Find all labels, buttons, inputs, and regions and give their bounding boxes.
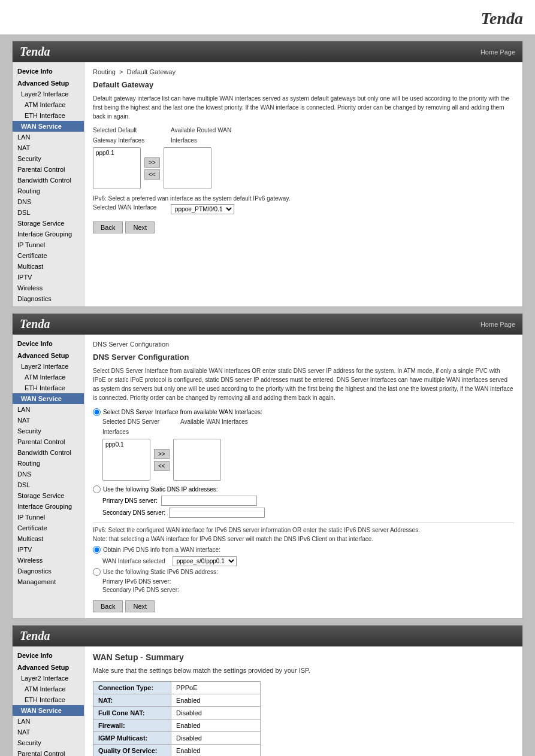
sidebar-item-layer2-1[interactable]: Layer2 Interface [13, 89, 84, 99]
sidebar-item-certificate-2[interactable]: Certificate [13, 523, 84, 533]
sidebar-item-bandwidth-2[interactable]: Bandwidth Control [13, 447, 84, 458]
button-row-1: Back Next [93, 221, 514, 233]
list-box-left-2[interactable]: ppp0.1 [102, 439, 150, 481]
sidebar-item-eth-1[interactable]: ETH Interface [13, 110, 84, 121]
sidebar-item-wan-1[interactable]: WAN Service [13, 121, 84, 132]
sidebar-item-wireless-2[interactable]: Wireless [13, 555, 84, 566]
sidebar-item-security-1[interactable]: Security [13, 153, 84, 164]
sidebar-item-lan-3[interactable]: LAN [13, 716, 84, 727]
ipv6-dns-wan-select[interactable]: pppoe_s/0/ppp0.1 [173, 556, 237, 566]
sidebar-item-dsl-1[interactable]: DSL [13, 207, 84, 218]
sidebar-item-dns-2[interactable]: DNS [13, 469, 84, 479]
sidebar-item-device-info-1[interactable]: Device Info [13, 65, 84, 77]
next-button-2[interactable]: Next [125, 600, 155, 612]
sidebar-item-parental-3[interactable]: Parental Control [13, 748, 84, 756]
sidebar-item-management-2[interactable]: Management [13, 576, 84, 587]
sidebar-item-iptv-1[interactable]: IPTV [13, 272, 84, 283]
sidebar-item-nat-3[interactable]: NAT [13, 727, 84, 737]
radio-ipv6-static: Use the following Static IPv6 DNS addres… [93, 568, 514, 576]
sidebar-item-interface-grouping-2[interactable]: Interface Grouping [13, 501, 84, 512]
sidebar-item-atm-3[interactable]: ATM Interface [13, 684, 84, 694]
sidebar-item-device-info-3[interactable]: Device Info [13, 649, 84, 661]
secondary-dns-input[interactable] [169, 508, 265, 518]
label-dns-iface: Interfaces [102, 429, 180, 435]
radio-ipv6-static-label: Use the following Static IPv6 DNS addres… [103, 569, 218, 575]
sidebar-item-wireless-1[interactable]: Wireless [13, 283, 84, 293]
sidebar-item-storage-2[interactable]: Storage Service [13, 490, 84, 501]
sidebar-item-ip-tunnel-2[interactable]: IP Tunnel [13, 512, 84, 523]
radio-dns-wan[interactable] [93, 408, 101, 416]
sidebar-item-diagnostics-1[interactable]: Diagnostics [13, 293, 84, 304]
sidebar-item-lan-2[interactable]: LAN [13, 404, 84, 415]
sidebar-item-advanced-setup-3[interactable]: Advanced Setup [13, 661, 84, 673]
sidebar-item-advanced-setup-1[interactable]: Advanced Setup [13, 77, 84, 89]
breadcrumb-2: DNS Server Configuration [93, 341, 514, 348]
list-box-right-2[interactable] [173, 439, 221, 481]
primary-dns-input[interactable] [161, 496, 257, 506]
wan-setup-dash: - [138, 652, 145, 662]
sidebar-item-nat-2[interactable]: NAT [13, 415, 84, 426]
home-link-2[interactable]: Home Page [480, 321, 515, 328]
sidebar-item-diagnostics-2[interactable]: Diagnostics [13, 566, 84, 576]
table-row-firewall: Firewall: Enabled [93, 719, 261, 732]
arrow-left-1[interactable]: << [144, 169, 160, 180]
sidebar-item-atm-2[interactable]: ATM Interface [13, 372, 84, 382]
sidebar-item-bandwidth-1[interactable]: Bandwidth Control [13, 175, 84, 186]
sidebar-item-dsl-2[interactable]: DSL [13, 479, 84, 490]
sidebar-item-certificate-1[interactable]: Certificate [13, 250, 84, 261]
label-secondary-dns: Secondary DNS server: [102, 509, 165, 516]
col-label-firewall: Firewall: [93, 719, 171, 732]
sidebar-item-layer2-3[interactable]: Layer2 Interface [13, 673, 84, 684]
list-box-left-1[interactable]: ppp0.1 [93, 147, 141, 189]
sidebar-item-multicast-1[interactable]: Multicast [13, 261, 84, 272]
sidebar-item-security-3[interactable]: Security [13, 737, 84, 748]
radio-dns-static[interactable] [93, 485, 101, 493]
list-option-ppp0-2: ppp0.1 [104, 441, 149, 448]
table-row-fullcone: Full Cone NAT: Disabled [93, 707, 261, 719]
sidebar-item-parental-2[interactable]: Parental Control [13, 436, 84, 447]
arrow-left-2[interactable]: << [154, 461, 170, 471]
panel-header-3: Tenda [13, 626, 522, 646]
sidebar-item-lan-1[interactable]: LAN [13, 132, 84, 142]
sidebar-item-advanced-setup-2[interactable]: Advanced Setup [13, 349, 84, 361]
sidebar-item-atm-1[interactable]: ATM Interface [13, 99, 84, 110]
sidebar-item-multicast-2[interactable]: Multicast [13, 533, 84, 544]
sidebar-item-interface-grouping-1[interactable]: Interface Grouping [13, 229, 84, 239]
arrow-right-1[interactable]: >> [144, 157, 160, 168]
sidebar-item-routing-2[interactable]: Routing [13, 458, 84, 469]
ipv6-dns-note: Note: that selecting a WAN interface for… [93, 536, 514, 542]
sidebar-3: Device Info Advanced Setup Layer2 Interf… [13, 646, 84, 756]
dns-radio-section: Select DNS Server Interface from availab… [93, 408, 514, 518]
sidebar-1: Device Info Advanced Setup Layer2 Interf… [13, 62, 84, 306]
sidebar-item-parental-1[interactable]: Parental Control [13, 164, 84, 175]
list-box-right-1[interactable] [164, 147, 211, 189]
sidebar-item-layer2-2[interactable]: Layer2 Interface [13, 361, 84, 372]
ipv6-label-1: IPv6: Select a preferred wan interface a… [93, 195, 514, 202]
radio-ipv6-static-dns[interactable] [93, 568, 101, 576]
sidebar-item-dns-1[interactable]: DNS [13, 196, 84, 207]
back-button-1[interactable]: Back [93, 221, 123, 233]
sidebar-item-ip-tunnel-1[interactable]: IP Tunnel [13, 239, 84, 250]
sidebar-item-iptv-2[interactable]: IPTV [13, 544, 84, 555]
sidebar-item-eth-3[interactable]: ETH Interface [13, 694, 84, 705]
radio-ipv6-dns-wan-label: Obtain IPv6 DNS info from a WAN interfac… [103, 546, 220, 553]
home-link-1[interactable]: Home Page [480, 48, 515, 56]
dns-server-row: Selected DNS Server Available WAN Interf… [102, 418, 514, 425]
sidebar-item-security-2[interactable]: Security [13, 426, 84, 436]
sidebar-item-wan-2[interactable]: WAN Service [13, 393, 84, 404]
sidebar-item-device-info-2[interactable]: Device Info [13, 337, 84, 349]
button-row-2: Back Next [93, 600, 514, 612]
ipv6-wan-select[interactable]: pppoe_PTM/0/0.1 [171, 204, 234, 214]
sidebar-item-wan-3[interactable]: WAN Service [13, 705, 84, 716]
sidebar-item-routing-1[interactable]: Routing [13, 186, 84, 196]
col-value-qos: Enabled [171, 745, 261, 757]
dns-iface-label-row: Interfaces [102, 429, 514, 435]
back-button-2[interactable]: Back [93, 600, 123, 612]
radio-ipv6-dns-wan[interactable] [93, 546, 101, 554]
radio-row-dns-wan: Select DNS Server Interface from availab… [93, 408, 514, 416]
arrow-right-2[interactable]: >> [154, 449, 170, 459]
next-button-1[interactable]: Next [125, 221, 155, 233]
sidebar-item-storage-1[interactable]: Storage Service [13, 218, 84, 229]
sidebar-item-eth-2[interactable]: ETH Interface [13, 382, 84, 393]
sidebar-item-nat-1[interactable]: NAT [13, 142, 84, 153]
